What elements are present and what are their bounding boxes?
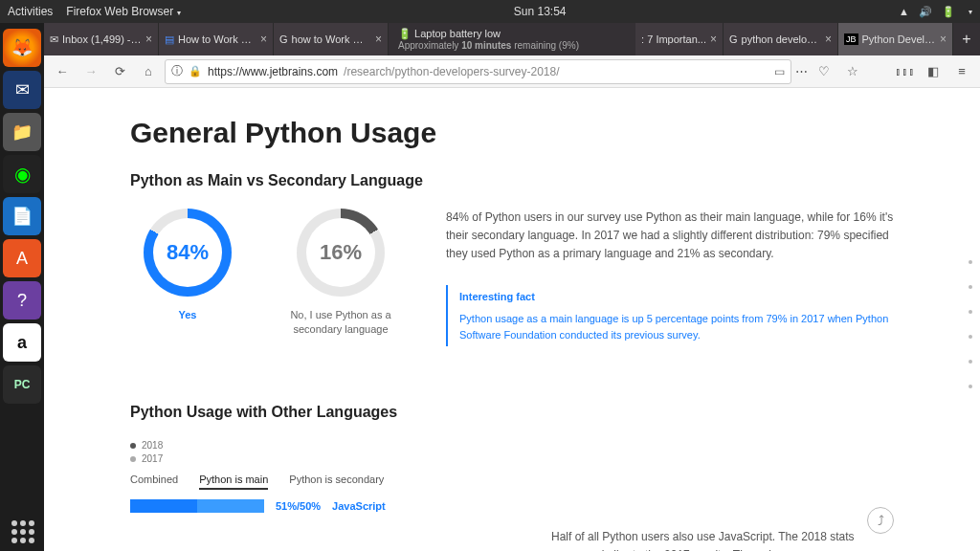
dock-ubuntu-software[interactable]: A [3,239,41,277]
address-bar[interactable]: ⓘ 🔒 https://www.jetbrains.com/research/p… [165,59,791,84]
menu-icon[interactable]: ≡ [949,59,974,84]
description-paragraph: 84% of Python users in our survey use Py… [446,209,894,264]
tab-combined[interactable]: Combined [130,474,178,490]
volume-icon[interactable]: 🔊 [919,6,932,18]
notification-title: Laptop battery low [414,28,501,39]
tab-python-dev-search[interactable]: G python developme... × [724,23,838,55]
page-actions-icon[interactable]: ⋯ [795,64,808,78]
doc-icon: ▤ [165,33,174,46]
dock-amazon[interactable]: a [3,323,41,362]
bar-language-label: JavaScript [332,500,386,512]
forward-button[interactable]: → [78,59,103,84]
network-icon[interactable]: ▲ [899,6,909,17]
new-tab-button[interactable]: + [953,23,980,55]
bar-values: 51%/50% [276,500,321,512]
donut-yes: 84% Yes [130,209,245,346]
tab-python-main[interactable]: Python is main [199,474,268,490]
donut-no-value: 16% [320,240,362,265]
firefox-window: ✉ Inbox (1,499) - i16... × ▤ How to Work… [44,23,980,551]
tab-label: : 7 Importan... [641,33,706,45]
tab-importan[interactable]: : 7 Importan... × [635,23,724,55]
home-button[interactable]: ⌂ [136,59,161,84]
system-menu-icon[interactable]: ▾ [969,8,972,16]
share-button[interactable]: ⤴ [867,507,894,534]
tab-strip: ✉ Inbox (1,499) - i16... × ▤ How to Work… [44,23,980,55]
donut-chart-yes: 84% [144,209,232,297]
close-icon[interactable]: × [145,33,152,46]
activities-button[interactable]: Activities [8,5,53,18]
sidebar-icon[interactable]: ◧ [921,59,946,84]
fact-title: Interesting fact [459,289,894,306]
tab-label: how to Work Wit... [292,33,371,45]
bookmark-star-icon[interactable]: ☆ [840,59,865,84]
section-description: 84% of Python users in our survey use Py… [446,209,894,346]
donut-charts: 84% Yes 16% No, I use Python as a second… [130,209,398,346]
tab-python-secondary[interactable]: Python is secondary [289,474,384,490]
url-host: https://www.jetbrains.com [208,65,338,78]
page-heading: General Python Usage [130,117,894,149]
section-heading-other-langs: Python Usage with Other Languages [130,404,894,421]
chart-legend: 2018 2017 [130,440,894,464]
page-content: General Python Usage Python as Main vs S… [44,88,980,551]
dock-thunderbird[interactable]: ✉ [3,71,41,109]
tab-inbox[interactable]: ✉ Inbox (1,499) - i16... × [44,23,159,55]
donut-chart-no: 16% [297,209,385,297]
lock-icon: 🔒 [189,65,202,77]
dock-pycharm[interactable]: PC [3,365,41,404]
tab-label: python developme... [742,33,821,45]
reload-button[interactable]: ⟳ [107,59,132,84]
jetbrains-icon: JB [844,33,858,45]
battery-low-icon: 🔋 [398,28,412,39]
dock-libreoffice-writer[interactable]: 📄 [3,197,41,235]
mail-icon: ✉ [50,33,58,46]
section2-description: Half of all Python users also use JavaSc… [551,528,867,551]
close-icon[interactable]: × [710,33,717,46]
tab-howto-2[interactable]: G how to Work Wit... × [274,23,389,55]
bar-row-javascript: 51%/50% JavaScript [130,499,894,513]
dock-firefox[interactable]: 🦊 [3,29,41,67]
fact-body: Python usage as a main language is up 5 … [459,311,894,342]
tab-howto-1[interactable]: ▤ How to Work With... × [159,23,274,55]
interesting-fact-box: Interesting fact Python usage as a main … [446,285,894,347]
close-icon[interactable]: × [825,33,832,46]
browser-toolbar: ← → ⟳ ⌂ ⓘ 🔒 https://www.jetbrains.com/re… [44,55,980,88]
dock-help[interactable]: ? [3,281,41,320]
google-icon: G [729,33,738,45]
battery-icon[interactable]: 🔋 [942,6,955,18]
library-icon[interactable]: ⫾⫾⫾ [892,59,917,84]
donut-yes-label: Yes [179,308,197,322]
legend-2017: 2017 [142,453,163,464]
close-icon[interactable]: × [375,33,382,46]
battery-notification[interactable]: 🔋 Laptop battery low Approximately 10 mi… [389,23,635,55]
url-path: /research/python-developers-survey-2018/ [344,65,559,78]
notification-body: Approximately 10 minutes remaining (9%) [398,40,626,51]
dock-files[interactable]: 📁 [3,113,41,151]
active-app-label[interactable]: Firefox Web Browser▾ [66,5,181,18]
show-applications-icon[interactable] [11,520,34,543]
tab-label: How to Work With... [178,33,256,45]
legend-2018: 2018 [142,440,163,451]
clock[interactable]: Sun 13:54 [181,5,899,18]
legend-dot-icon [130,456,136,462]
chart-tabs: Combined Python is main Python is second… [130,474,894,490]
back-button[interactable]: ← [50,59,75,84]
donut-no-label: No, I use Python as a secondary language [283,308,398,338]
tab-jetbrains-survey[interactable]: JB Python Developers... × [838,23,953,55]
dock: 🦊 ✉ 📁 ◉ 📄 A ? a PC [0,23,44,551]
section-nav-dots[interactable] [969,260,972,388]
pocket-icon[interactable]: ♡ [812,59,836,84]
system-tray[interactable]: ▲ 🔊 🔋 ▾ [899,6,972,18]
dock-app-terminal[interactable]: ◉ [3,155,41,193]
tab-label: Python Developers... [862,33,936,45]
system-top-bar: Activities Firefox Web Browser▾ Sun 13:5… [0,0,980,23]
donut-no: 16% No, I use Python as a secondary lang… [283,209,398,346]
info-icon[interactable]: ⓘ [171,63,183,79]
close-icon[interactable]: × [260,33,267,46]
legend-dot-icon [130,443,136,449]
donut-yes-value: 84% [167,240,209,265]
reader-mode-icon[interactable]: ▭ [774,65,785,78]
tab-label: Inbox (1,499) - i16... [62,33,142,45]
close-icon[interactable]: × [940,33,947,46]
section-heading-main-secondary: Python as Main vs Secondary Language [130,172,894,189]
bar-chart-bar [130,499,264,513]
